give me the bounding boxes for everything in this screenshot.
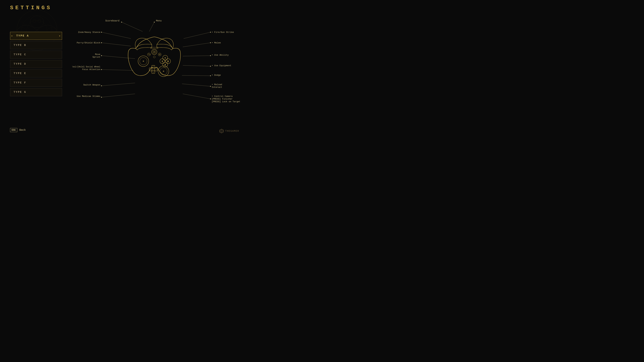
type-item-e[interactable]: TYPE E — [10, 69, 62, 77]
watermark-text: THEGAMER — [225, 130, 239, 132]
page-title: SETTINGS — [10, 5, 52, 11]
svg-point-29 — [210, 42, 211, 43]
svg-point-39 — [210, 98, 211, 99]
svg-rect-44 — [148, 54, 149, 54]
svg-point-27 — [210, 32, 211, 33]
svg-point-58 — [156, 69, 157, 70]
medicae-label: Use Medicae Stimms — [77, 95, 100, 97]
type-item-d[interactable]: TYPE D — [10, 60, 62, 68]
svg-line-10 — [122, 22, 142, 31]
use-equipment-label: • Use Equipment — [212, 64, 231, 67]
svg-point-5 — [38, 19, 41, 23]
sprint-label: Sprint — [92, 56, 100, 58]
svg-point-17 — [101, 42, 102, 43]
svg-line-26 — [184, 32, 210, 38]
svg-line-28 — [183, 43, 210, 47]
type-d-label: TYPE D — [14, 62, 26, 65]
svg-line-16 — [102, 43, 131, 46]
svg-line-18 — [102, 56, 135, 59]
svg-point-37 — [210, 86, 211, 87]
svg-point-59 — [153, 66, 154, 66]
menu-label: Menu — [156, 19, 162, 22]
svg-point-71 — [163, 70, 164, 72]
type-e-label: TYPE E — [14, 72, 26, 75]
type-list: TYPE A TYPE B TYPE C TYPE D TYPE E TYPE … — [10, 32, 62, 96]
type-c-label: TYPE C — [14, 53, 26, 56]
focus-label: Focus Attention — [82, 68, 100, 71]
svg-point-53 — [143, 60, 144, 62]
svg-point-35 — [210, 75, 211, 76]
zoom-label: Zoom/Heavy Stance — [78, 31, 100, 33]
svg-point-15 — [101, 32, 102, 33]
svg-rect-45 — [149, 54, 150, 55]
fire-label: • Fire/Gun Strike — [212, 31, 234, 33]
svg-text:Y: Y — [164, 57, 166, 59]
svg-line-12 — [149, 22, 154, 31]
esc-label: ESC — [10, 128, 17, 132]
type-g-label: TYPE G — [14, 91, 26, 94]
use-ability-label: • Use Ability — [212, 54, 229, 56]
back-label: Back — [19, 129, 26, 132]
type-b-label: TYPE B — [14, 44, 26, 47]
svg-point-13 — [154, 22, 155, 23]
controller-diagram: Y X B A Scoreboard Menu Zoom/Heavy Stanc… — [72, 13, 239, 123]
svg-line-38 — [183, 94, 210, 99]
back-button[interactable]: ESC Back — [10, 128, 26, 132]
marking-label: Marking Tool/[Hold] Social Wheel — [72, 66, 100, 68]
type-f-label: TYPE F — [14, 81, 26, 84]
scoreboard-label: Scoreboard — [105, 19, 120, 22]
melee-label: • Melee — [212, 41, 221, 44]
svg-line-20 — [102, 69, 133, 70]
thegamer-icon — [219, 129, 224, 133]
svg-point-57 — [150, 69, 150, 70]
svg-point-60 — [153, 72, 154, 73]
type-item-b[interactable]: TYPE B — [10, 41, 62, 49]
type-item-a[interactable]: TYPE A — [10, 32, 62, 40]
interact-label: Interact — [212, 86, 222, 88]
svg-line-36 — [182, 84, 210, 86]
type-a-label: TYPE A — [14, 34, 29, 37]
svg-line-34 — [182, 75, 210, 76]
svg-point-23 — [101, 85, 102, 86]
lock-on-label: [PRESS] Lock on Target — [212, 100, 240, 103]
controller-svg: Y X B A Scoreboard Menu Zoom/Heavy Stanc… — [72, 13, 240, 127]
svg-point-33 — [210, 66, 211, 67]
svg-point-19 — [101, 55, 102, 56]
svg-line-24 — [102, 94, 135, 97]
svg-line-32 — [183, 65, 210, 66]
svg-point-50 — [153, 56, 155, 58]
svg-line-14 — [102, 32, 131, 38]
svg-point-31 — [210, 55, 211, 56]
svg-point-11 — [121, 22, 122, 23]
move-label: Move — [95, 53, 100, 56]
svg-line-22 — [102, 83, 135, 86]
control-camera-label: • Control Camera — [212, 95, 232, 97]
svg-point-25 — [101, 97, 102, 98]
parry-label: Parry/Shield Block — [77, 41, 100, 44]
finisher-label: [PRESS] Finisher — [212, 98, 232, 100]
type-item-f[interactable]: TYPE F — [10, 79, 62, 87]
svg-text:X: X — [162, 60, 163, 63]
watermark: THEGAMER — [219, 129, 239, 133]
reload-label: • Reload — [212, 83, 222, 86]
svg-text:B: B — [167, 60, 169, 63]
type-item-c[interactable]: TYPE C — [10, 51, 62, 59]
switch-label: Switch Weapon — [83, 84, 100, 86]
svg-line-30 — [183, 56, 210, 56]
type-item-g[interactable]: TYPE G — [10, 88, 62, 96]
svg-point-3 — [30, 16, 44, 28]
svg-point-4 — [33, 19, 36, 23]
svg-point-21 — [101, 69, 102, 70]
dodge-label: • Dodge — [212, 74, 221, 76]
svg-rect-56 — [152, 68, 155, 71]
svg-text:A: A — [164, 63, 166, 66]
